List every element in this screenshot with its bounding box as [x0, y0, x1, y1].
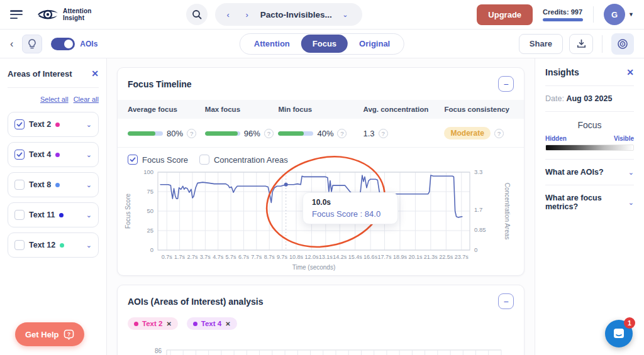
svg-text:6.7s: 6.7s: [238, 254, 250, 260]
project-name[interactable]: Pacto-Invisibles...: [260, 10, 332, 19]
clear-all-link[interactable]: Clear all: [74, 96, 99, 103]
help-question-icon[interactable]: ?: [264, 129, 274, 138]
insights-date: Date: Aug 03 2025: [545, 94, 634, 103]
metric-values-row: 80%?96%?40%?1.3?Moderate?: [118, 119, 524, 148]
metric-label: Min focus: [278, 106, 312, 113]
aoi-chip[interactable]: Text 2✕: [128, 317, 178, 330]
download-icon: [577, 39, 586, 48]
help-question-icon[interactable]: ?: [337, 129, 347, 138]
search-button[interactable]: [186, 4, 208, 25]
insight-question[interactable]: What are focus metrics?⌄: [545, 194, 634, 211]
insight-question-label: What are focus metrics?: [545, 194, 628, 211]
insight-question[interactable]: What are AOIs?⌄: [545, 168, 634, 177]
metric-progress-fill: [278, 131, 303, 136]
series-checkbox-label: Concentration Areas: [214, 155, 288, 165]
checkbox[interactable]: [14, 240, 25, 250]
metric-header-row: Average focusMax focusMin focusAvg. conc…: [118, 100, 524, 119]
svg-text:Concentration Areas: Concentration Areas: [504, 183, 511, 240]
main-content: Focus Timeline − Average focusMax focusM…: [107, 58, 535, 355]
tab-original[interactable]: Original: [348, 35, 401, 53]
project-dropdown-chevron-icon[interactable]: ⌄: [337, 6, 353, 23]
chevron-down-icon[interactable]: ⌄: [86, 151, 92, 159]
aoi-item-label: Text 8: [29, 180, 51, 189]
series-checkbox-concentration-areas[interactable]: Concentration Areas: [199, 155, 288, 165]
download-button[interactable]: [569, 34, 593, 54]
avatar[interactable]: G: [604, 4, 625, 25]
svg-text:18.9s: 18.9s: [393, 254, 408, 260]
help-question-icon[interactable]: ?: [379, 129, 388, 138]
account-menu[interactable]: G ▼: [604, 4, 634, 25]
svg-text:0.7s: 0.7s: [162, 254, 173, 260]
metric-label-col: Avg. concentration: [364, 106, 445, 113]
svg-text:25: 25: [147, 227, 153, 234]
upgrade-button[interactable]: Upgrade: [477, 4, 533, 25]
aoi-panel-close-icon[interactable]: ✕: [91, 68, 99, 79]
back-button[interactable]: ‹: [10, 38, 13, 50]
svg-text:23.7s: 23.7s: [455, 254, 469, 260]
chat-launcher-button[interactable]: 1: [605, 320, 633, 347]
svg-text:2.7s: 2.7s: [187, 254, 198, 260]
app-logo: AttentionInsight: [36, 8, 92, 22]
help-question-icon[interactable]: ?: [494, 129, 504, 138]
checkbox[interactable]: [14, 150, 25, 160]
aois-toggle[interactable]: [51, 38, 75, 50]
chevron-down-icon[interactable]: ⌄: [628, 168, 634, 177]
aoi-analysis-title: AOIs (Areas of Interest) analysis: [128, 297, 264, 307]
aoi-list-item[interactable]: Text 11⌄: [8, 202, 99, 227]
date-label: Date:: [545, 94, 564, 103]
credits-label: Credits: 997: [543, 8, 583, 16]
share-button[interactable]: Share: [519, 34, 563, 54]
heatmap-target-button[interactable]: [611, 33, 634, 55]
chevron-down-icon[interactable]: ⌄: [86, 121, 92, 129]
checkbox[interactable]: [14, 119, 25, 129]
svg-text:86: 86: [155, 347, 162, 354]
aoi-list-item[interactable]: Text 8⌄: [8, 172, 99, 197]
focus-timeline-chart: 025507510000.851.73.30.7s1.7s2.7s3.7s4.7…: [118, 166, 524, 275]
aoi-list-item[interactable]: Text 12⌄: [8, 232, 99, 258]
select-all-link[interactable]: Select all: [40, 96, 69, 103]
checkbox[interactable]: [14, 180, 25, 190]
series-checkbox-label: Focus Score: [142, 155, 188, 165]
get-help-button[interactable]: Get Help ?: [15, 322, 84, 346]
chevron-down-icon[interactable]: ⌄: [86, 241, 92, 249]
checkbox[interactable]: [128, 155, 138, 165]
svg-text:4.7s: 4.7s: [213, 254, 224, 260]
aoi-color-dot: [55, 153, 60, 157]
insights-close-icon[interactable]: ✕: [626, 67, 634, 77]
chevron-down-icon[interactable]: ⌄: [628, 199, 634, 207]
aoi-color-dot: [55, 123, 60, 127]
collapse-focus-timeline-button[interactable]: −: [498, 76, 514, 92]
checkbox[interactable]: [14, 210, 25, 220]
remove-chip-icon[interactable]: ✕: [225, 320, 230, 327]
insights-lightbulb-button[interactable]: [22, 35, 42, 53]
metric-progress-fill: [205, 131, 238, 136]
series-checkbox-row: Focus ScoreConcentration Areas: [118, 148, 524, 166]
credits-progress-bar: [543, 18, 583, 21]
tab-focus[interactable]: Focus: [301, 35, 348, 53]
remove-chip-icon[interactable]: ✕: [166, 320, 171, 327]
aoi-color-dot: [55, 183, 60, 187]
collapse-aoi-analysis-button[interactable]: −: [498, 293, 514, 309]
svg-text:5.7s: 5.7s: [226, 254, 237, 260]
series-checkbox-focus-score[interactable]: Focus Score: [128, 155, 188, 165]
metric-progress-bar: [128, 131, 163, 136]
aoi-chip[interactable]: Text 4✕: [187, 317, 237, 330]
chevron-down-icon[interactable]: ⌄: [86, 181, 92, 189]
tab-attention[interactable]: Attention: [243, 35, 301, 53]
metric-value: 96%: [244, 129, 260, 138]
menu-icon[interactable]: [10, 10, 23, 19]
svg-text:100: 100: [143, 168, 153, 175]
chevron-down-icon[interactable]: ⌄: [86, 211, 92, 219]
chat-unread-badge: 1: [624, 317, 635, 329]
aoi-list-item[interactable]: Text 2⌄: [8, 112, 99, 137]
aoi-chip-dot: [134, 322, 138, 326]
checkbox[interactable]: [199, 155, 209, 165]
help-question-icon[interactable]: ?: [187, 129, 196, 138]
next-project-button[interactable]: ›: [239, 6, 255, 23]
prev-project-button[interactable]: ‹: [220, 6, 236, 23]
aoi-list-item[interactable]: Text 4⌄: [8, 142, 99, 167]
aoi-analysis-card: AOIs (Areas of Interest) analysis − Text…: [117, 285, 525, 355]
aoi-panel-title: Areas of Interest: [8, 69, 72, 79]
tooltip-value: Focus Score : 84.0: [312, 209, 389, 219]
svg-text:Time (seconds): Time (seconds): [292, 264, 336, 271]
